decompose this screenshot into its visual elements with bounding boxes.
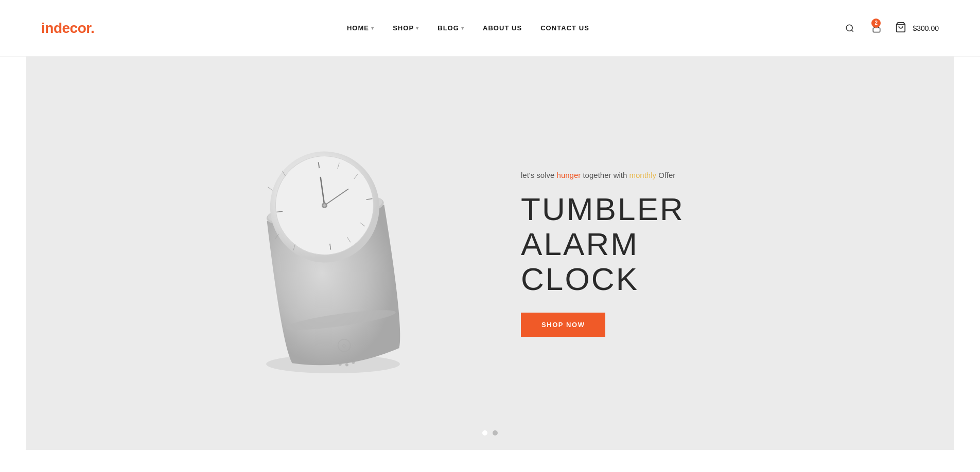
nav-item-contact[interactable]: CONTACT US [540,24,589,32]
search-icon [845,24,854,33]
hero-title: TUMBLER ALARM CLOCK [521,192,768,297]
svg-line-17 [268,186,272,191]
hero-section: ⊙ let's solve hunger together with month… [26,57,954,450]
svg-text:⊙: ⊙ [342,343,346,349]
site-header: indecor. HOME ▾ SHOP ▾ BLOG ▾ ABOUT US C… [0,0,980,57]
svg-point-0 [847,25,853,31]
hero-image: ⊙ [212,99,459,408]
svg-rect-2 [873,28,881,32]
logo[interactable]: indecor. [41,20,94,37]
logo-text: indecor [41,20,91,36]
subtitle-highlight-monthly: monthly [629,171,657,179]
slider-dots [482,430,498,435]
nav-item-blog[interactable]: BLOG ▾ [437,24,464,32]
clock-illustration: ⊙ [243,130,428,377]
chevron-down-icon: ▾ [461,25,464,31]
header-actions: 2 $300.00 [842,20,939,37]
shop-now-button[interactable]: SHOP NOW [521,313,605,337]
slider-dot-1[interactable] [482,430,487,435]
hero-content: let's solve hunger together with monthly… [500,170,768,336]
slider-dot-2[interactable] [493,430,498,435]
hero-inner: ⊙ let's solve hunger together with month… [181,68,799,439]
cart-button[interactable]: 2 $300.00 [895,22,939,35]
nav-item-home[interactable]: HOME ▾ [347,24,374,32]
nav-item-about[interactable]: ABOUT US [483,24,522,32]
subtitle-highlight-hunger: hunger [557,171,581,179]
hero-subtitle: let's solve hunger together with monthly… [521,170,768,181]
chevron-down-icon: ▾ [371,25,374,31]
search-button[interactable] [842,20,858,37]
cart-count-badge: 2 [871,19,881,28]
main-nav: HOME ▾ SHOP ▾ BLOG ▾ ABOUT US CONTACT US [347,24,589,32]
nav-item-shop[interactable]: SHOP ▾ [393,24,419,32]
svg-line-1 [852,30,853,31]
cart-price: $300.00 [913,24,939,32]
cart-icon [895,22,906,33]
chevron-down-icon: ▾ [416,25,419,31]
logo-dot: . [91,20,94,36]
